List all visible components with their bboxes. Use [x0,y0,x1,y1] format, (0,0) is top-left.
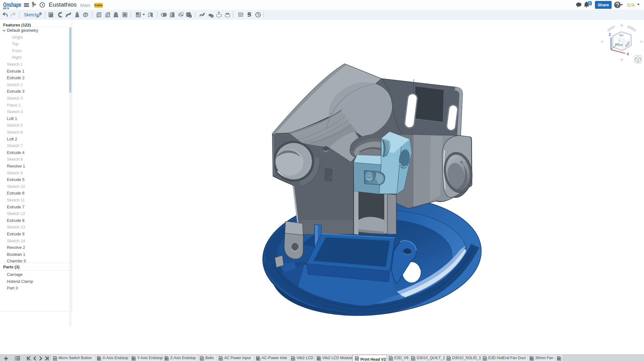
svg-text:Y: Y [619,39,621,43]
svg-text:Front: Front [615,43,623,47]
svg-text:Z: Z [609,33,611,36]
svg-text:X: X [627,52,629,56]
